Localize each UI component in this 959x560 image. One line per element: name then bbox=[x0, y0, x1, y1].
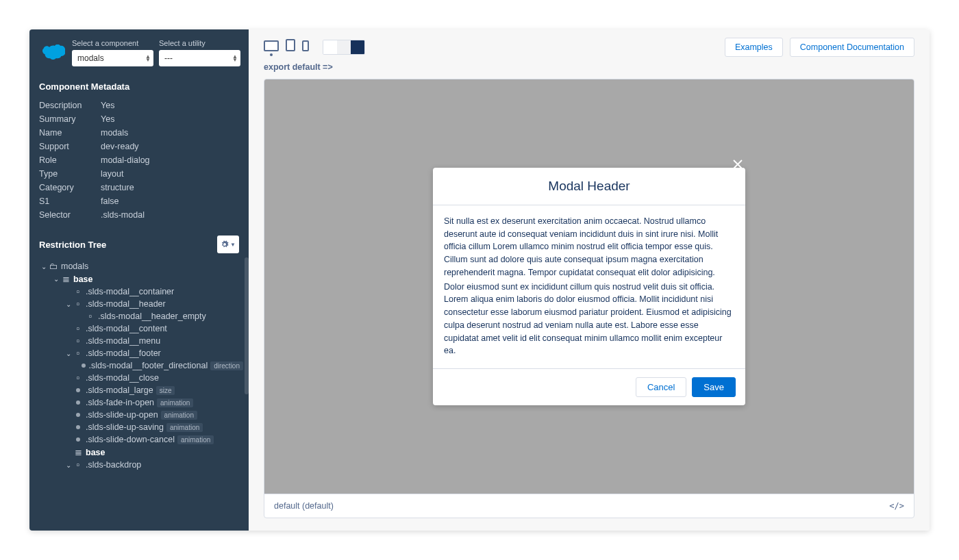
tree-node-fadein[interactable]: .slds-fade-in-openanimation bbox=[39, 396, 243, 409]
close-icon bbox=[732, 158, 744, 170]
sidebar: Select a component modals ▲▼ Select a ut… bbox=[29, 29, 249, 531]
tree-node-container[interactable]: ▫.slds-modal__container bbox=[39, 285, 243, 298]
tree-node-large[interactable]: .slds-modal_largesize bbox=[39, 384, 243, 396]
chevron-down-icon: ⌄ bbox=[64, 350, 73, 357]
salesforce-logo-icon bbox=[39, 44, 65, 62]
element-icon: ▫ bbox=[73, 324, 83, 333]
element-icon: ▫ bbox=[73, 460, 83, 470]
bullet-icon bbox=[73, 437, 83, 442]
viewport-row bbox=[264, 39, 365, 56]
bullet-icon bbox=[73, 413, 83, 417]
chevron-down-icon: ⌄ bbox=[51, 275, 61, 283]
tree-node-base2[interactable]: ≣base bbox=[39, 446, 243, 459]
utility-select-value: --- bbox=[164, 53, 173, 63]
meta-val: modal-dialog bbox=[101, 155, 150, 165]
swatch-white[interactable] bbox=[323, 40, 337, 54]
component-select[interactable]: modals ▲▼ bbox=[72, 50, 153, 66]
meta-val: layout bbox=[101, 169, 123, 179]
modal-dialog: Modal Header Sit nulla est ex deserunt e… bbox=[433, 168, 745, 405]
layers-icon: ≣ bbox=[73, 447, 83, 457]
restriction-title: Restriction Tree bbox=[39, 240, 106, 250]
chevron-down-icon: ▼ bbox=[230, 242, 236, 248]
meta-key: Summary bbox=[39, 114, 101, 124]
meta-val: modals bbox=[101, 128, 128, 138]
meta-key: Description bbox=[39, 101, 101, 110]
swatch-dark[interactable] bbox=[351, 40, 364, 54]
modal-close-button[interactable] bbox=[732, 158, 744, 173]
app-root: Select a component modals ▲▼ Select a ut… bbox=[29, 29, 930, 531]
viewport-icons bbox=[264, 39, 309, 56]
toolbar: Examples Component Documentation bbox=[249, 29, 930, 57]
doc-links: Examples Component Documentation bbox=[725, 38, 914, 57]
cancel-button[interactable]: Cancel bbox=[636, 377, 686, 397]
export-line: export default => bbox=[249, 57, 930, 79]
variant-label: default (default) bbox=[274, 501, 334, 511]
tree-scrollbar[interactable] bbox=[245, 257, 249, 394]
component-select-label: Select a component bbox=[72, 39, 153, 47]
swatch-gray[interactable] bbox=[337, 40, 351, 54]
meta-val: .slds-modal bbox=[101, 210, 145, 220]
tree-node-close[interactable]: ▫.slds-modal__close bbox=[39, 372, 243, 384]
folder-icon: 🗀 bbox=[49, 262, 58, 271]
viewport-tablet[interactable] bbox=[286, 39, 295, 56]
tree-node-slidedown-cancel[interactable]: .slds-slide-down-cancelanimation bbox=[39, 433, 243, 446]
tree-node-footer[interactable]: ⌄▫.slds-modal__footer bbox=[39, 347, 243, 359]
element-icon: ▫ bbox=[73, 348, 83, 358]
bullet-icon bbox=[73, 425, 83, 429]
meta-val: Yes bbox=[101, 114, 114, 124]
gear-icon bbox=[221, 240, 229, 249]
layers-icon: ≣ bbox=[61, 274, 71, 284]
select-arrows-icon: ▲▼ bbox=[145, 55, 151, 62]
element-icon: ▫ bbox=[73, 287, 83, 296]
component-select-group: Select a component modals ▲▼ bbox=[72, 39, 153, 66]
tree-settings-button[interactable]: ▼ bbox=[217, 236, 239, 253]
meta-key: Type bbox=[39, 169, 101, 179]
tree-node-content[interactable]: ▫.slds-modal__content bbox=[39, 322, 243, 335]
viewport-phone[interactable] bbox=[302, 40, 309, 56]
tree-node-header-empty[interactable]: ▫.slds-modal__header_empty bbox=[39, 310, 243, 322]
main: Examples Component Documentation export … bbox=[249, 29, 930, 531]
save-button[interactable]: Save bbox=[692, 377, 736, 397]
documentation-link[interactable]: Component Documentation bbox=[790, 38, 914, 57]
tree-badge: size bbox=[156, 386, 175, 395]
modal-paragraph: Dolor eiusmod sunt ex incididunt cillum … bbox=[444, 281, 734, 358]
tree-node-modals[interactable]: ⌄🗀modals bbox=[39, 260, 243, 272]
viewport-desktop[interactable] bbox=[264, 40, 279, 56]
modal-footer: Cancel Save bbox=[433, 368, 745, 405]
tree-badge: animation bbox=[166, 423, 203, 432]
meta-val: Yes bbox=[101, 101, 114, 110]
chevron-down-icon: ⌄ bbox=[39, 263, 49, 270]
metadata-title: Component Metadata bbox=[29, 72, 249, 99]
meta-key: S1 bbox=[39, 196, 101, 206]
tablet-icon bbox=[286, 39, 295, 51]
chevron-down-icon: ⌄ bbox=[64, 301, 73, 308]
tree-node-backdrop[interactable]: ⌄▫.slds-backdrop bbox=[39, 459, 243, 471]
chevron-down-icon: ⌄ bbox=[64, 461, 73, 469]
bullet-icon bbox=[81, 364, 86, 368]
meta-val: dev-ready bbox=[101, 142, 139, 151]
element-icon: ▫ bbox=[73, 299, 83, 309]
utility-select-group: Select a utility --- ▲▼ bbox=[159, 39, 240, 66]
tree-badge: animation bbox=[177, 435, 214, 444]
tree-node-slideup-saving[interactable]: .slds-slide-up-savinganimation bbox=[39, 421, 243, 433]
meta-key: Category bbox=[39, 183, 101, 192]
selectors: Select a component modals ▲▼ Select a ut… bbox=[72, 39, 240, 66]
modal-paragraph: Sit nulla est ex deserunt exercitation a… bbox=[444, 215, 734, 279]
utility-select[interactable]: --- ▲▼ bbox=[159, 50, 240, 66]
tree-node-slideup-open[interactable]: .slds-slide-up-openanimation bbox=[39, 409, 243, 421]
tree-node-menu[interactable]: ▫.slds-modal__menu bbox=[39, 335, 243, 347]
meta-key: Selector bbox=[39, 210, 101, 220]
metadata-list: DescriptionYes SummaryYes Namemodals Sup… bbox=[29, 99, 249, 229]
tree-node-footer-directional[interactable]: .slds-modal__footer_directionaldirection bbox=[39, 359, 243, 372]
meta-val: structure bbox=[101, 183, 134, 192]
sidebar-top: Select a component modals ▲▼ Select a ut… bbox=[29, 29, 249, 72]
tree-node-header[interactable]: ⌄▫.slds-modal__header bbox=[39, 298, 243, 310]
tree-node-base[interactable]: ⌄≣base bbox=[39, 272, 243, 285]
meta-key: Role bbox=[39, 155, 101, 165]
preview-footer: default (default) </> bbox=[264, 494, 914, 518]
meta-val: false bbox=[101, 196, 119, 206]
element-icon: ▫ bbox=[73, 336, 83, 346]
examples-link[interactable]: Examples bbox=[725, 38, 783, 57]
restriction-header: Restriction Tree ▼ bbox=[29, 229, 249, 257]
code-toggle-button[interactable]: </> bbox=[889, 501, 904, 511]
